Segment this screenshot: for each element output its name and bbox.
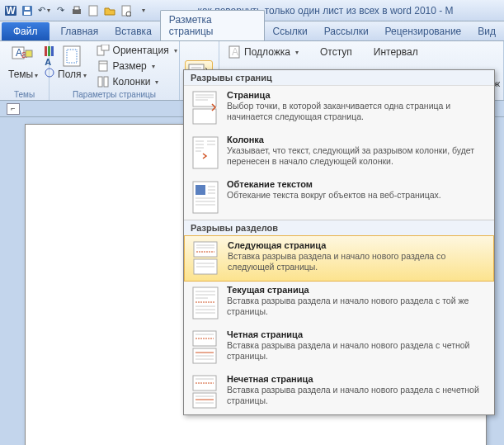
dropdown-item-desc: Вставка разрыва раздела и начало нового …	[227, 385, 488, 406]
column-break-icon	[191, 135, 220, 171]
dropdown-section-page-breaks: Разрывы страниц	[184, 70, 494, 86]
tab-insert[interactable]: Вставка	[106, 22, 160, 40]
continuous-icon	[191, 285, 220, 321]
size-button[interactable]: Размер▾	[93, 59, 181, 73]
new-icon[interactable]	[86, 3, 101, 18]
watermark-button[interactable]: AПодложка▾	[224, 45, 302, 59]
spacing-label: Интервал	[370, 45, 422, 59]
text-wrap-icon	[191, 179, 220, 215]
dropdown-item-continuous[interactable]: Текущая страницаВставка разрыва раздела …	[184, 281, 494, 325]
svg-rect-13	[26, 50, 32, 57]
svg-text:A: A	[232, 46, 238, 58]
undo-icon[interactable]: ↶▾	[36, 3, 51, 18]
svg-rect-73	[193, 393, 216, 408]
preview-icon[interactable]	[119, 3, 134, 18]
dropdown-item-even-page[interactable]: Четная страницаВставка разрыва раздела и…	[184, 325, 494, 370]
svg-rect-37	[193, 137, 218, 168]
watermark-label: Подложка	[244, 46, 290, 58]
margins-label: Поля	[58, 69, 82, 80]
dropdown-item-text-wrap[interactable]: Обтекание текстомОбтекание текста вокруг…	[184, 175, 494, 220]
group-themes-label: Темы	[0, 90, 49, 99]
dropdown-item-desc: Вставка разрыва раздела и начало нового …	[227, 340, 488, 362]
dropdown-item-title: Нечетная страница	[227, 374, 488, 384]
size-label: Размер	[113, 60, 147, 72]
next-page-icon	[191, 240, 221, 277]
columns-button[interactable]: Колонки▾	[93, 74, 181, 89]
dropdown-item-title: Обтекание текстом	[227, 179, 488, 189]
svg-rect-24	[98, 77, 102, 87]
page-break-icon	[191, 90, 220, 126]
more-icon[interactable]: ▾	[135, 3, 150, 18]
size-icon	[97, 59, 110, 73]
dropdown-item-title: Текущая страница	[227, 285, 488, 295]
margins-icon	[59, 45, 85, 68]
svg-rect-36	[193, 109, 216, 124]
dropdown-item-desc: Указывает, что текст, следующий за разры…	[227, 145, 488, 167]
dropdown-item-title: Колонка	[227, 135, 488, 144]
odd-page-icon	[191, 374, 220, 410]
dropdown-item-title: Следующая страница	[228, 240, 487, 250]
svg-rect-25	[104, 77, 108, 87]
ribbon-tabs: Файл Главная Вставка Разметка страницы С…	[0, 21, 504, 41]
dropdown-item-desc: Выбор точки, в которой заканчивается одн…	[227, 101, 488, 122]
svg-rect-3	[24, 12, 31, 15]
dropdown-item-desc: Вставка разрыва раздела и начало нового …	[228, 251, 487, 272]
columns-icon	[97, 75, 110, 88]
tab-page-layout[interactable]: Разметка страницы	[160, 10, 265, 40]
group-page-setup-label: Параметры страницы	[49, 90, 179, 99]
svg-rect-58	[193, 287, 218, 319]
dropdown-item-page[interactable]: СтраницаВыбор точки, в которой заканчива…	[184, 86, 494, 130]
dropdown-item-title: Страница	[227, 90, 488, 100]
tab-review[interactable]: Рецензирование	[377, 22, 470, 40]
dropdown-section-section-breaks: Разрывы разделов	[184, 220, 494, 236]
svg-rect-6	[74, 7, 79, 10]
even-page-icon	[191, 329, 220, 366]
dropdown-item-odd-page[interactable]: Нечетная страницаВставка разрыва раздела…	[184, 370, 494, 414]
svg-rect-14	[45, 46, 47, 56]
orientation-icon	[97, 44, 110, 57]
word-icon[interactable]: W	[3, 3, 18, 18]
save-icon[interactable]	[20, 3, 35, 18]
svg-rect-45	[195, 185, 205, 195]
group-themes: Aa Темы▾ A Темы	[0, 41, 49, 100]
svg-rect-21	[101, 45, 109, 50]
orientation-label: Ориентация	[113, 45, 169, 56]
svg-rect-52	[194, 242, 217, 257]
dropdown-item-column[interactable]: КолонкаУказывает, что текст, следующий з…	[184, 130, 494, 175]
tab-view[interactable]: Вид	[469, 22, 504, 40]
svg-rect-22	[99, 61, 107, 71]
print-icon[interactable]	[69, 3, 84, 18]
redo-icon[interactable]: ↷	[53, 3, 68, 18]
breaks-dropdown: Разрывы страниц СтраницаВыбор точки, в к…	[183, 69, 495, 415]
svg-rect-7	[89, 6, 97, 16]
columns-label: Колонки	[113, 76, 151, 88]
svg-text:W: W	[6, 5, 16, 17]
svg-rect-4	[25, 7, 30, 10]
dropdown-item-desc: Обтекание текста вокруг объектов на веб-…	[227, 190, 488, 201]
open-icon[interactable]	[102, 3, 117, 18]
themes-icon: Aa	[10, 45, 36, 68]
tab-home[interactable]: Главная	[53, 22, 107, 40]
quick-access-toolbar: W ↶▾ ↷ ▾	[3, 3, 150, 18]
orientation-button[interactable]: Ориентация▾	[93, 43, 181, 58]
file-tab[interactable]: Файл	[2, 22, 49, 40]
dropdown-item-next-page[interactable]: Следующая страницаВставка разрыва раздел…	[184, 235, 494, 282]
group-page-setup: Поля▾ Ориентация▾ Размер▾ Колонки▾ Парам…	[49, 41, 180, 100]
indent-label: Отступ	[317, 45, 356, 59]
ruler-corner[interactable]: ⌐	[7, 103, 20, 115]
dropdown-item-title: Четная страница	[227, 329, 488, 339]
watermark-icon: A	[228, 45, 241, 59]
dropdown-item-desc: Вставка разрыва раздела и начало нового …	[227, 296, 488, 317]
tab-references[interactable]: Ссылки	[265, 22, 316, 40]
themes-label: Темы	[8, 69, 33, 80]
tab-mailings[interactable]: Рассылки	[316, 22, 377, 40]
